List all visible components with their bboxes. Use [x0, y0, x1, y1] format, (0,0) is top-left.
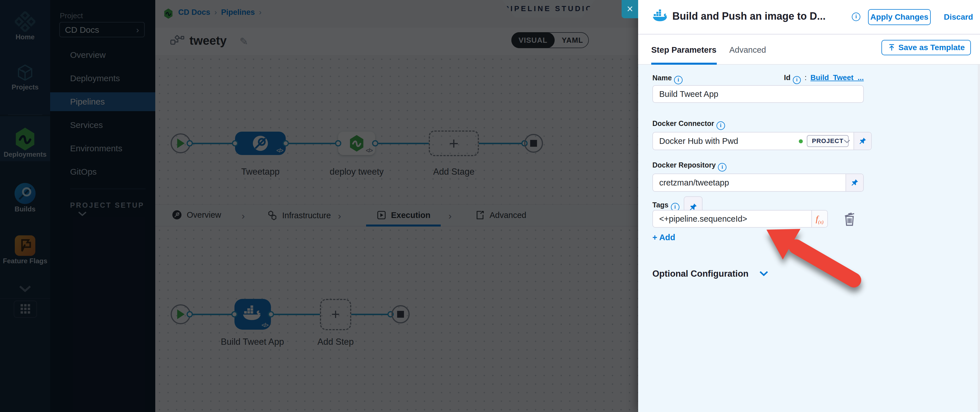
save-as-template-label: Save as Template	[899, 43, 965, 52]
chevron-down-icon	[759, 270, 768, 277]
info-icon[interactable]: i	[852, 13, 860, 21]
docker-connector-field[interactable]: Docker Hub with Pwd PROJECT	[652, 132, 872, 150]
delete-tag-button[interactable]	[842, 210, 857, 227]
tags-label: Tags	[652, 201, 669, 209]
optional-configuration-label: Optional Configuration	[652, 269, 749, 278]
chevron-down-icon[interactable]	[843, 139, 851, 144]
pin-icon	[850, 178, 859, 187]
pin-input-toggle[interactable]	[846, 174, 863, 191]
id-label: Id	[784, 73, 791, 82]
expression-fx-button[interactable]: f(x)	[811, 210, 827, 227]
docker-icon	[652, 9, 669, 23]
docker-connector-label: Docker Connector	[652, 119, 714, 127]
tag-input-field[interactable]: <+pipeline.sequenceId> f(x)	[652, 210, 828, 227]
tab-step-parameters[interactable]: Step Parameters	[651, 45, 716, 55]
save-as-template-button[interactable]: Save as Template	[881, 40, 971, 55]
docker-repository-label-row: Docker Repositoryi	[652, 161, 727, 172]
optional-configuration-toggle[interactable]: Optional Configuration	[652, 269, 768, 279]
scope-badge: PROJECT	[807, 135, 849, 147]
fx-sub-label: (x)	[818, 220, 824, 225]
active-tab-underline	[651, 63, 717, 65]
info-icon[interactable]: i	[718, 163, 727, 172]
close-icon: ×	[627, 3, 633, 15]
drawer-scrollbar[interactable]	[978, 65, 980, 412]
connectivity-status-dot	[799, 139, 803, 143]
close-drawer-button[interactable]: ×	[622, 0, 638, 18]
drawer-header: Build and Push an image to D... i Apply …	[638, 0, 980, 35]
docker-repository-field[interactable]: cretzman/tweetapp	[652, 173, 864, 192]
fx-label: f	[816, 214, 818, 223]
drawer-tabs: Step Parameters Advanced Save as Templat…	[638, 35, 980, 65]
step-config-drawer: × Build and Push an image to D... i Appl…	[638, 0, 980, 412]
docker-repository-label: Docker Repository	[652, 161, 716, 169]
step-title: Build and Push an image to D...	[672, 10, 843, 22]
info-icon[interactable]: i	[716, 121, 725, 130]
modal-scrim	[0, 0, 638, 412]
pin-input-toggle[interactable]	[854, 132, 871, 150]
discard-button[interactable]: Discard	[944, 13, 973, 22]
docker-repository-value: cretzman/tweetapp	[659, 178, 729, 188]
trash-icon	[842, 210, 857, 226]
docker-connector-label-row: Docker Connectori	[652, 119, 725, 130]
step-id-row: Idi : Build_Tweet_...	[652, 73, 864, 84]
id-separator: :	[805, 73, 807, 82]
step-parameters-form: Namei Idi : Build_Tweet_... Docker Conne…	[638, 65, 980, 412]
tab-step-advanced[interactable]: Advanced	[729, 45, 766, 55]
info-icon[interactable]: i	[793, 76, 801, 84]
name-input[interactable]	[652, 85, 864, 103]
pin-icon	[858, 137, 867, 145]
app-root: Home Projects Deployments Builds F	[0, 0, 980, 412]
step-id-value[interactable]: Build_Tweet_...	[810, 73, 864, 82]
add-tag-button[interactable]: + Add	[652, 233, 675, 242]
apply-changes-button[interactable]: Apply Changes	[868, 9, 931, 25]
docker-connector-value: Docker Hub with Pwd	[659, 137, 738, 146]
tag-value: <+pipeline.sequenceId>	[659, 214, 747, 224]
